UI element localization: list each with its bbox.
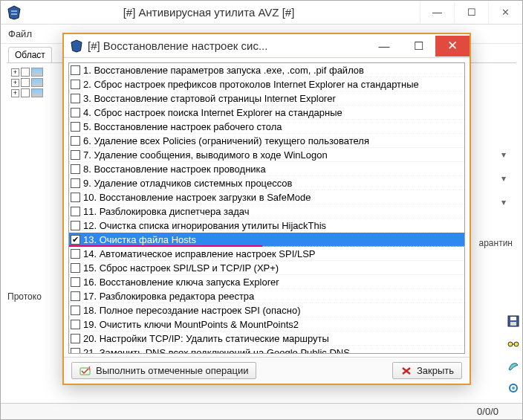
list-item[interactable]: 8. Восстановление настроек проводника <box>69 162 464 176</box>
menu-file[interactable]: Файл <box>8 28 32 39</box>
svg-rect-2 <box>510 322 516 326</box>
expand-icon[interactable]: + <box>11 89 19 97</box>
list-checkbox[interactable] <box>71 150 80 160</box>
svg-point-3 <box>508 342 513 346</box>
list-item[interactable]: 3. Восстановление стартовой страницы Int… <box>69 91 464 106</box>
list-item[interactable]: 11. Разблокировка диспетчера задач <box>69 204 464 219</box>
list-item[interactable]: 20. Настройки TCP/IP: Удалить статически… <box>69 332 464 346</box>
list-item-label: 18. Полное пересоздание настроек SPI (оп… <box>83 305 463 316</box>
painter-icon[interactable] <box>507 359 520 372</box>
list-checkbox[interactable] <box>71 277 80 287</box>
list-item[interactable]: 2. Сброс настроек префиксов протоколов I… <box>69 77 464 91</box>
list-checkbox[interactable] <box>71 207 80 216</box>
list-checkbox[interactable] <box>71 80 80 89</box>
list-item-label: 11. Разблокировка диспетчера задач <box>83 206 463 217</box>
list-item[interactable]: 16. Восстановление ключа запуска Explore… <box>69 275 464 289</box>
list-item[interactable]: 17. Разблокировка редактора реестра <box>69 289 464 303</box>
list-item[interactable]: 9. Удаление отладчиков системных процесс… <box>69 176 464 190</box>
run-button[interactable]: ! Выполнить отмеченные операции <box>71 362 256 379</box>
main-window-buttons: — ☐ ✕ <box>420 2 522 23</box>
list-checkbox[interactable] <box>71 178 80 188</box>
list-item[interactable]: 18. Полное пересоздание настроек SPI (оп… <box>69 303 464 317</box>
list-item-label: 6. Удаление всех Policies (ограничений) … <box>83 135 463 146</box>
list-item[interactable]: 6. Удаление всех Policies (ограничений) … <box>69 134 464 148</box>
dialog-minimize-button[interactable]: — <box>367 36 401 56</box>
list-item[interactable]: 21. Заменить DNS всех подключений на Goo… <box>69 346 464 354</box>
tree-area: + + + <box>11 68 63 99</box>
dialog-title: [#] Восстановление настроек сис... <box>88 39 367 52</box>
close-button[interactable]: ✕ <box>488 2 522 23</box>
list-checkbox[interactable] <box>71 221 80 230</box>
list-checkbox[interactable] <box>71 94 80 103</box>
save-icon[interactable] <box>507 314 520 328</box>
chevron-down-icon[interactable]: ▾ <box>501 149 506 160</box>
list-checkbox[interactable]: ✔ <box>71 235 80 245</box>
list-checkbox[interactable] <box>71 136 80 146</box>
expand-icon[interactable]: + <box>11 79 19 87</box>
main-title: [#] Антивирусная утилита AVZ [#] <box>27 6 420 19</box>
list-item[interactable]: ✔13. Очистка файла Hosts <box>69 233 464 247</box>
tree-checkbox[interactable] <box>21 88 30 97</box>
drive-icon <box>31 88 43 97</box>
side-toolbar <box>507 314 520 395</box>
list-item-label: 5. Восстановление настроек рабочего стол… <box>83 121 463 132</box>
list-item-label: 20. Настройки TCP/IP: Удалить статически… <box>83 333 463 344</box>
tree-node[interactable]: + <box>11 68 63 77</box>
run-button-label: Выполнить отмеченные операции <box>96 365 248 376</box>
list-item-label: 16. Восстановление ключа запуска Explore… <box>83 277 463 288</box>
svg-point-7 <box>512 387 515 390</box>
tree-checkbox[interactable] <box>21 78 30 87</box>
tree-node[interactable]: + <box>11 78 63 87</box>
list-checkbox[interactable] <box>71 108 80 117</box>
list-item[interactable]: 5. Восстановление настроек рабочего стол… <box>69 120 464 134</box>
glasses-icon[interactable] <box>507 337 520 350</box>
list-checkbox[interactable] <box>71 164 80 174</box>
restore-list[interactable]: 1. Восстановление параметров запуска .ex… <box>68 62 465 354</box>
list-item-label: 8. Восстановление настроек проводника <box>83 164 463 175</box>
list-item[interactable]: 10. Восстановление настроек загрузки в S… <box>69 190 464 204</box>
list-checkbox[interactable] <box>71 263 80 273</box>
close-dialog-button[interactable]: Закрыть <box>392 362 462 379</box>
dialog-titlebar[interactable]: [#] Восстановление настроек сис... — ☐ ✕ <box>64 34 470 58</box>
settings-icon[interactable] <box>507 381 520 395</box>
tree-checkbox[interactable] <box>21 68 30 77</box>
dialog-maximize-button[interactable]: ☐ <box>401 36 435 56</box>
list-item[interactable]: 15. Сброс настроек SPI/LSP и TCP/IP (XP+… <box>69 261 464 275</box>
list-checkbox[interactable] <box>71 306 80 315</box>
list-checkbox[interactable] <box>71 193 80 202</box>
side-dropdowns: ▾ ▾ ▾ <box>501 149 506 207</box>
tree-node[interactable]: + <box>11 88 63 97</box>
list-item-label: 3. Восстановление стартовой страницы Int… <box>83 93 463 104</box>
list-item-label: 12. Очистка списка игнорирования утилиты… <box>83 220 463 231</box>
list-checkbox[interactable] <box>71 291 80 301</box>
list-item-label: 13. Очистка файла Hosts <box>83 234 463 245</box>
list-item[interactable]: 1. Восстановление параметров запуска .ex… <box>69 63 464 77</box>
expand-icon[interactable]: + <box>11 68 19 77</box>
list-checkbox[interactable] <box>71 334 80 343</box>
chevron-down-icon[interactable]: ▾ <box>501 197 506 207</box>
drive-icon <box>31 78 43 87</box>
app-icon <box>7 5 22 20</box>
list-item[interactable]: 14. Автоматическое исправление настроек … <box>69 247 464 261</box>
close-button-label: Закрыть <box>417 365 454 376</box>
list-item[interactable]: 7. Удаление сообщения, выводимого в ходе… <box>69 148 464 162</box>
list-item-label: 15. Сброс настроек SPI/LSP и TCP/IP (XP+… <box>83 262 463 274</box>
list-item-label: 1. Восстановление параметров запуска .ex… <box>83 65 463 76</box>
list-checkbox[interactable] <box>71 348 80 355</box>
maximize-button[interactable]: ☐ <box>454 2 488 23</box>
list-item[interactable]: 19. Очистить ключи MountPoints & MountPo… <box>69 317 464 332</box>
minimize-button[interactable]: — <box>420 2 454 23</box>
list-checkbox[interactable] <box>71 65 80 75</box>
list-item-label: 4. Сброс настроек поиска Internet Explor… <box>83 107 463 118</box>
drive-icon <box>31 68 43 77</box>
dialog-close-button[interactable]: ✕ <box>435 36 470 56</box>
list-checkbox[interactable] <box>71 320 80 329</box>
list-checkbox[interactable] <box>71 249 80 259</box>
chevron-down-icon[interactable]: ▾ <box>501 173 506 184</box>
tab-area[interactable]: Област <box>8 47 52 62</box>
list-checkbox[interactable] <box>71 122 80 132</box>
list-item[interactable]: 12. Очистка списка игнорирования утилиты… <box>69 219 464 233</box>
list-item[interactable]: 4. Сброс настроек поиска Internet Explor… <box>69 106 464 120</box>
svg-text:!: ! <box>88 366 91 372</box>
close-icon <box>400 366 412 376</box>
